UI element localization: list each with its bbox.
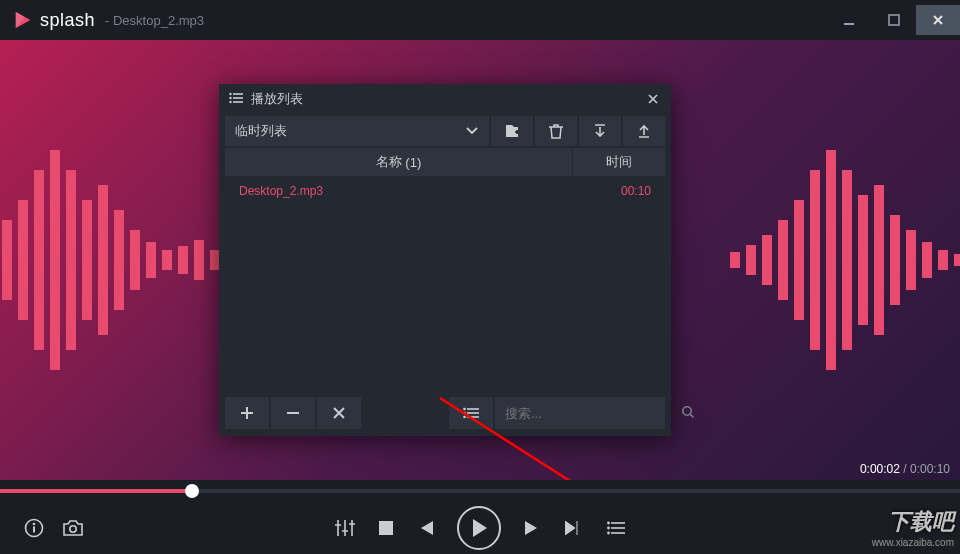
- svg-point-53: [607, 527, 610, 530]
- svg-rect-25: [842, 170, 852, 350]
- svg-rect-6: [34, 170, 44, 350]
- svg-rect-8: [66, 170, 76, 350]
- toggle-list-button[interactable]: [449, 397, 493, 429]
- play-logo-icon: [12, 9, 34, 31]
- equalizer-button[interactable]: [335, 520, 355, 536]
- svg-rect-14: [162, 250, 172, 270]
- svg-rect-7: [50, 150, 60, 370]
- chevron-down-icon: [465, 124, 479, 139]
- list-icon: [229, 92, 243, 107]
- minimize-button[interactable]: [828, 5, 872, 35]
- delete-button[interactable]: [535, 116, 577, 146]
- svg-rect-20: [762, 235, 772, 285]
- svg-point-47: [33, 523, 36, 526]
- svg-rect-54: [611, 527, 625, 529]
- svg-rect-15: [178, 246, 188, 274]
- playlist-search[interactable]: [495, 397, 665, 429]
- svg-rect-56: [611, 532, 625, 534]
- step-forward-button[interactable]: [565, 521, 583, 535]
- remove-button[interactable]: [271, 397, 315, 429]
- svg-rect-44: [467, 416, 479, 418]
- svg-rect-28: [890, 215, 900, 305]
- svg-rect-23: [810, 170, 820, 350]
- svg-point-51: [607, 522, 610, 525]
- column-name[interactable]: 名称 (1): [225, 148, 573, 176]
- playlist-item-name: Desktop_2.mp3: [239, 184, 573, 198]
- playlist-item-time: 00:10: [573, 184, 651, 198]
- info-button[interactable]: [24, 518, 44, 538]
- svg-rect-9: [82, 200, 92, 320]
- svg-rect-34: [233, 93, 243, 95]
- next-button[interactable]: [525, 521, 541, 535]
- svg-rect-26: [858, 195, 868, 325]
- playlist-footer: [219, 396, 671, 436]
- svg-rect-18: [730, 252, 740, 268]
- svg-point-43: [463, 416, 466, 419]
- svg-rect-42: [467, 412, 479, 414]
- svg-rect-30: [922, 242, 932, 278]
- time-display: 0:00:02 / 0:00:10: [860, 462, 950, 476]
- svg-point-45: [683, 406, 691, 414]
- current-file-label: - Desktop_2.mp3: [105, 13, 204, 28]
- snapshot-button[interactable]: [62, 518, 84, 538]
- playlist-toolbar: 临时列表: [219, 114, 671, 148]
- app-name: splash: [40, 10, 95, 31]
- svg-rect-16: [194, 240, 204, 280]
- svg-rect-11: [114, 210, 124, 310]
- playlist-title: 播放列表: [251, 90, 303, 108]
- svg-point-49: [70, 526, 76, 532]
- playlist-panel: 播放列表 临时列表 名称 (1) 时间 Desktop_2.mp3: [219, 84, 671, 436]
- add-button[interactable]: [225, 397, 269, 429]
- svg-rect-31: [938, 250, 948, 270]
- move-up-button[interactable]: [623, 116, 665, 146]
- control-bar: 0:00:02 / 0:00:10: [0, 480, 960, 554]
- add-file-button[interactable]: [491, 116, 533, 146]
- playlist-columns: 名称 (1) 时间: [225, 148, 665, 176]
- svg-rect-10: [98, 185, 108, 335]
- app-logo: splash: [12, 9, 95, 31]
- column-time[interactable]: 时间: [573, 148, 665, 176]
- svg-point-55: [607, 532, 610, 535]
- svg-rect-13: [146, 242, 156, 278]
- svg-rect-21: [778, 220, 788, 300]
- svg-rect-22: [794, 200, 804, 320]
- svg-rect-27: [874, 185, 884, 335]
- svg-rect-48: [33, 527, 35, 533]
- search-input[interactable]: [505, 406, 673, 421]
- svg-point-35: [229, 96, 231, 98]
- svg-rect-1: [889, 15, 899, 25]
- clear-button[interactable]: [317, 397, 361, 429]
- svg-rect-5: [18, 200, 28, 320]
- svg-rect-29: [906, 230, 916, 290]
- svg-point-33: [229, 92, 231, 94]
- seek-thumb[interactable]: [185, 484, 199, 498]
- search-icon: [681, 405, 695, 422]
- svg-rect-24: [826, 150, 836, 370]
- svg-rect-50: [379, 521, 393, 535]
- play-button[interactable]: [457, 506, 501, 550]
- svg-rect-38: [233, 101, 243, 103]
- playlist-dropdown[interactable]: 临时列表: [225, 116, 489, 146]
- seek-fill: [0, 489, 192, 493]
- svg-point-41: [463, 412, 466, 415]
- svg-rect-19: [746, 245, 756, 275]
- svg-rect-36: [233, 97, 243, 99]
- svg-rect-40: [467, 408, 479, 410]
- svg-rect-12: [130, 230, 140, 290]
- playlist-rows: Desktop_2.mp3 00:10: [225, 176, 665, 396]
- playlist-close-button[interactable]: [643, 89, 663, 109]
- svg-rect-0: [844, 23, 854, 25]
- previous-button[interactable]: [417, 521, 433, 535]
- svg-rect-52: [611, 522, 625, 524]
- move-down-button[interactable]: [579, 116, 621, 146]
- svg-point-39: [463, 408, 466, 411]
- seek-bar[interactable]: [0, 480, 960, 502]
- maximize-button[interactable]: [872, 5, 916, 35]
- playlist-dropdown-label: 临时列表: [235, 122, 287, 140]
- close-button[interactable]: [916, 5, 960, 35]
- playlist-header[interactable]: 播放列表: [219, 84, 671, 114]
- svg-point-37: [229, 100, 231, 102]
- stop-button[interactable]: [379, 521, 393, 535]
- playlist-toggle-button[interactable]: [607, 521, 625, 535]
- playlist-item[interactable]: Desktop_2.mp3 00:10: [225, 176, 665, 206]
